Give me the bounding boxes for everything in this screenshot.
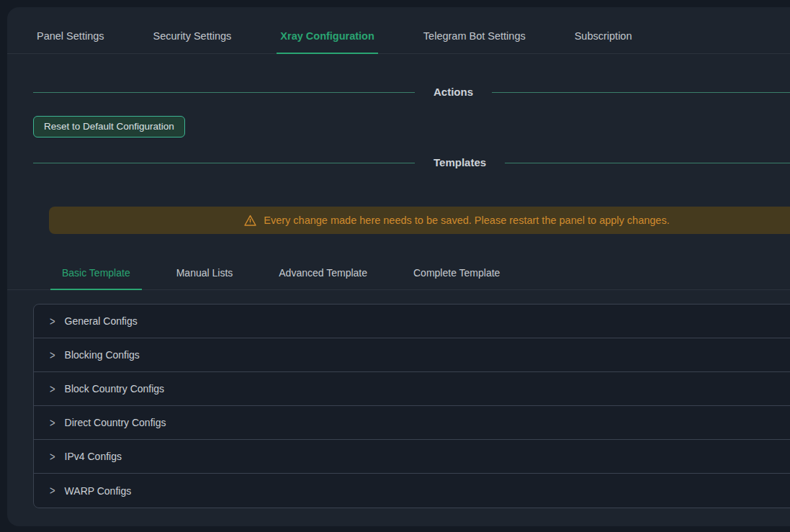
warning-text: Every change made here needs to be saved… (264, 215, 669, 226)
config-collapse-list: > General Configs > Blocking Configs > B… (33, 304, 790, 508)
main-tab-bar: Panel Settings Security Settings Xray Co… (7, 7, 790, 54)
settings-card: Panel Settings Security Settings Xray Co… (7, 7, 790, 526)
tab-complete-template[interactable]: Complete Template (402, 260, 511, 289)
actions-section-title: Actions (434, 84, 473, 100)
templates-divider: Templates (7, 155, 790, 171)
collapse-panel-blocking-configs[interactable]: > Blocking Configs (34, 338, 790, 372)
reset-to-default-button[interactable]: Reset to Default Configuration (33, 116, 185, 137)
warning-triangle-icon (243, 214, 257, 227)
tab-subscription[interactable]: Subscription (571, 22, 636, 53)
collapse-panel-general-configs[interactable]: > General Configs (34, 305, 790, 338)
tab-telegram-bot-settings[interactable]: Telegram Bot Settings (420, 22, 529, 53)
chevron-right-icon: > (50, 349, 55, 361)
tab-security-settings[interactable]: Security Settings (150, 22, 235, 53)
collapse-panel-label: Block Country Configs (65, 383, 165, 395)
templates-section-title: Templates (434, 155, 486, 171)
chevron-right-icon: > (50, 417, 55, 428)
tab-panel-settings[interactable]: Panel Settings (33, 22, 108, 53)
tab-advanced-template[interactable]: Advanced Template (267, 260, 379, 289)
tab-basic-template[interactable]: Basic Template (50, 260, 142, 290)
collapse-panel-ipv4-configs[interactable]: > IPv4 Configs (34, 440, 790, 474)
restart-warning-banner: Every change made here needs to be saved… (49, 207, 790, 234)
tab-xray-configuration[interactable]: Xray Configuration (277, 22, 378, 54)
chevron-right-icon: > (50, 451, 55, 462)
collapse-panel-label: WARP Configs (65, 485, 132, 497)
template-tab-bar: Basic Template Manual Lists Advanced Tem… (7, 260, 790, 290)
divider-line (492, 92, 790, 93)
divider-line (33, 92, 415, 93)
collapse-panel-direct-country-configs[interactable]: > Direct Country Configs (34, 406, 790, 440)
divider-line (33, 163, 415, 163)
actions-divider: Actions (7, 84, 790, 100)
collapse-panel-warp-configs[interactable]: > WARP Configs (34, 474, 790, 508)
collapse-panel-label: General Configs (65, 315, 138, 327)
collapse-panel-label: IPv4 Configs (65, 451, 122, 462)
chevron-right-icon: > (50, 315, 55, 327)
collapse-panel-block-country-configs[interactable]: > Block Country Configs (34, 372, 790, 406)
divider-line (505, 163, 790, 163)
collapse-panel-label: Direct Country Configs (65, 417, 166, 428)
chevron-right-icon: > (50, 484, 55, 496)
app-root: { "main_tabs": { "active": "Xray Configu… (0, 0, 790, 532)
tab-manual-lists[interactable]: Manual Lists (165, 260, 245, 289)
collapse-panel-label: Blocking Configs (65, 349, 140, 361)
chevron-right-icon: > (50, 383, 55, 395)
